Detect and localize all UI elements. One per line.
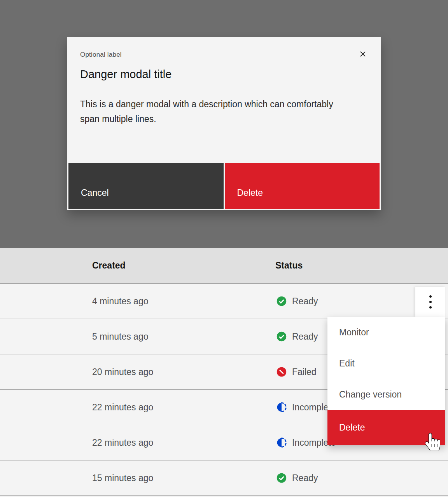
table-header-row: Created Status xyxy=(0,248,448,284)
modal-title: Danger modal title xyxy=(80,67,368,82)
overflow-menu: Monitor Edit Change version Delete xyxy=(327,317,445,445)
modal-description: This is a danger modal with a descriptio… xyxy=(80,97,337,126)
status-label: Failed xyxy=(292,367,317,377)
menu-item-monitor[interactable]: Monitor xyxy=(327,317,445,348)
close-icon xyxy=(357,49,368,61)
created-cell: 5 minutes ago xyxy=(0,331,275,342)
cancel-button[interactable]: Cancel xyxy=(68,163,224,209)
checkmark-filled-icon xyxy=(276,296,287,307)
status-label: Ready xyxy=(292,331,318,342)
modal-footer: Cancel Delete xyxy=(68,163,380,209)
created-cell: 15 minutes ago xyxy=(0,473,275,483)
menu-item-edit[interactable]: Edit xyxy=(327,348,445,379)
incomplete-icon xyxy=(276,402,287,413)
created-cell: 20 minutes ago xyxy=(0,367,275,377)
modal-close-button[interactable] xyxy=(355,47,371,62)
modal-optional-label: Optional label xyxy=(80,51,368,59)
modal-overlay: Optional label Danger modal title This i… xyxy=(0,0,448,248)
error-filled-icon xyxy=(276,366,287,377)
column-header-created: Created xyxy=(0,260,275,271)
menu-item-change-version[interactable]: Change version xyxy=(327,379,445,410)
table-row: 4 minutes ago Ready xyxy=(0,284,448,319)
data-table: Created Status 4 minutes ago Ready 5 min… xyxy=(0,248,448,496)
status-label: Ready xyxy=(292,473,318,483)
column-header-status: Status xyxy=(275,260,448,271)
incomplete-icon xyxy=(276,437,287,448)
status-cell: Ready xyxy=(275,473,448,483)
status-label: Ready xyxy=(292,296,318,307)
delete-button[interactable]: Delete xyxy=(225,163,380,209)
created-cell: 22 minutes ago xyxy=(0,438,275,448)
overflow-menu-icon xyxy=(429,295,432,309)
created-cell: 4 minutes ago xyxy=(0,296,275,307)
danger-modal: Optional label Danger modal title This i… xyxy=(67,37,381,210)
checkmark-filled-icon xyxy=(276,473,287,483)
table-row: 15 minutes ago Ready xyxy=(0,460,448,496)
created-cell: 22 minutes ago xyxy=(0,402,275,413)
overflow-menu-button[interactable] xyxy=(415,287,445,317)
checkmark-filled-icon xyxy=(276,331,287,342)
menu-item-delete[interactable]: Delete xyxy=(327,410,445,445)
